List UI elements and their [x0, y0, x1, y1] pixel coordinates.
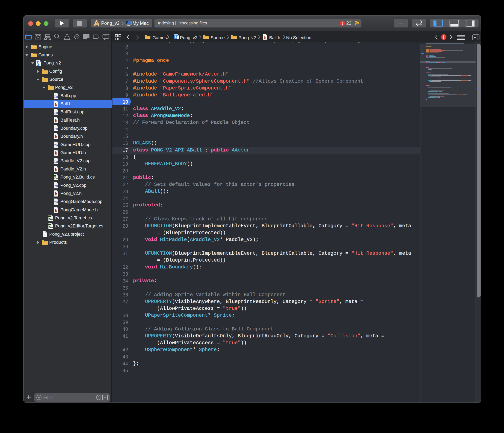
svg-text:Dw: Dw	[49, 226, 53, 229]
svg-text:m: m	[54, 94, 58, 99]
svg-text:h: h	[55, 167, 57, 172]
svg-text:Dw: Dw	[54, 177, 59, 180]
svg-text:h: h	[55, 191, 57, 196]
svg-text:h: h	[264, 35, 266, 40]
svg-text:m: m	[54, 183, 58, 188]
svg-text:m: m	[54, 110, 58, 115]
svg-text:h: h	[55, 118, 57, 123]
svg-text:m: m	[54, 159, 58, 163]
svg-text:Dw: Dw	[49, 218, 53, 221]
svg-text:m: m	[54, 126, 58, 131]
svg-text:h: h	[55, 102, 57, 107]
svg-text:h: h	[55, 134, 57, 139]
svg-text:h: h	[55, 208, 57, 213]
svg-text:h: h	[55, 151, 57, 155]
svg-text:m: m	[54, 143, 58, 147]
svg-text:m: m	[54, 199, 58, 204]
